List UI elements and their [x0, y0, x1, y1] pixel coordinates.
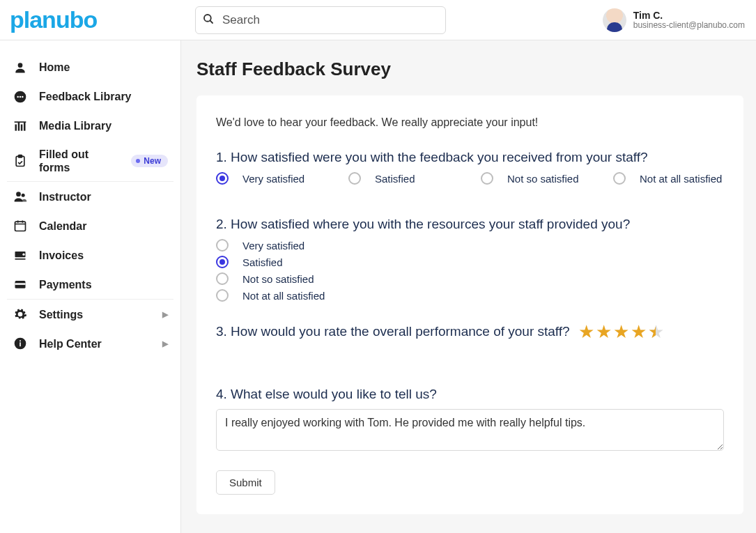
search-wrapper [195, 6, 446, 34]
radio-label: Very satisfied [242, 173, 304, 185]
radio-icon[interactable] [216, 256, 229, 268]
survey-card: We'd love to hear your feedback. We real… [196, 95, 743, 514]
clipboard-icon [13, 153, 28, 169]
svg-rect-10 [24, 123, 26, 131]
star-icon[interactable]: ★ [578, 323, 594, 341]
sidebar-item-invoices[interactable]: Invoices [7, 240, 173, 270]
svg-rect-21 [15, 284, 26, 286]
sidebar-item-media-library[interactable]: Media Library [7, 111, 173, 141]
sidebar-item-label: Home [39, 61, 168, 74]
info-icon [13, 336, 28, 351]
question-1: 1. How satisfied were you with the feedb… [216, 150, 724, 165]
sidebar-item-home[interactable]: Home [7, 53, 173, 82]
sidebar-item-label: Payments [39, 278, 168, 291]
radio-label: Not at all satisfied [640, 173, 722, 185]
radio-icon[interactable] [216, 172, 229, 185]
sidebar: Home Feedback Library Media Library Fill… [0, 40, 181, 533]
sidebar-item-calendar[interactable]: Calendar [7, 211, 173, 240]
radio-label: Not at all satisfied [242, 290, 325, 302]
main-content: Staff Feedback Survey We'd love to hear … [181, 40, 756, 533]
search-input[interactable] [195, 6, 446, 34]
q2-option-2[interactable]: Not so satisfied [216, 272, 724, 285]
avatar [603, 8, 626, 32]
radio-icon[interactable] [216, 239, 229, 252]
gear-icon [13, 307, 28, 322]
svg-point-5 [20, 96, 22, 98]
radio-icon[interactable] [216, 289, 229, 302]
calendar-icon [13, 218, 28, 233]
radio-icon[interactable] [613, 172, 626, 185]
svg-line-1 [210, 20, 213, 23]
radio-icon[interactable] [348, 172, 361, 185]
user-name: Tim C. [633, 10, 745, 21]
sidebar-item-settings[interactable]: Settings ▶ [7, 299, 173, 329]
q2-option-0[interactable]: Very satisfied [216, 239, 724, 252]
star-icon[interactable]: ★ [596, 323, 612, 341]
sidebar-item-filled-out-forms[interactable]: Filled out forms New [7, 141, 173, 181]
sidebar-item-label: Calendar [39, 219, 168, 233]
question-2: 2. How satisfied where you with the reso… [216, 217, 724, 232]
submit-button[interactable]: Submit [216, 470, 275, 495]
sidebar-item-feedback-library[interactable]: Feedback Library [7, 82, 173, 111]
comment-icon [13, 89, 28, 105]
svg-point-24 [20, 341, 21, 342]
svg-rect-16 [15, 222, 26, 231]
sidebar-item-label: Media Library [39, 119, 168, 132]
star-rating[interactable]: ★ ★ ★ ★ ★ [578, 323, 664, 341]
q1-option-2[interactable]: Not so satisfied [481, 172, 585, 185]
sidebar-item-label: Help Center [39, 337, 151, 350]
radio-icon[interactable] [481, 172, 493, 185]
svg-point-15 [22, 194, 25, 197]
svg-rect-19 [15, 258, 26, 260]
sidebar-item-instructor[interactable]: Instructor [7, 181, 173, 211]
star-half-icon[interactable]: ★ [648, 323, 664, 341]
radio-label: Satisfied [242, 256, 283, 268]
svg-point-14 [16, 192, 21, 197]
svg-rect-9 [21, 125, 23, 131]
feedback-textarea[interactable] [216, 409, 724, 451]
sidebar-item-help-center[interactable]: Help Center ▶ [7, 329, 173, 358]
q2-options: Very satisfied Satisfied Not so satisfie… [216, 239, 724, 302]
sidebar-item-label: Settings [39, 308, 151, 321]
svg-point-18 [22, 254, 24, 256]
svg-point-2 [18, 63, 23, 68]
sidebar-item-label: Instructor [39, 190, 168, 203]
sidebar-item-label: Invoices [39, 249, 168, 262]
q1-options: Very satisfied Satisfied Not so satisfie… [216, 172, 724, 185]
svg-point-6 [22, 96, 24, 98]
radio-label: Very satisfied [242, 240, 304, 252]
question-4: 4. What else would you like to tell us? [216, 387, 724, 402]
question-3: 3. How would you rate the overall perfor… [216, 324, 570, 339]
users-icon [13, 189, 28, 204]
radio-label: Not so satisfied [507, 173, 579, 185]
question-3-row: 3. How would you rate the overall perfor… [216, 323, 724, 341]
q2-option-1[interactable]: Satisfied [216, 256, 724, 268]
svg-rect-7 [15, 125, 17, 131]
radio-label: Satisfied [375, 173, 415, 185]
sidebar-item-payments[interactable]: Payments [7, 270, 173, 299]
q1-option-0[interactable]: Very satisfied [216, 172, 321, 185]
svg-rect-11 [15, 121, 26, 123]
sidebar-item-label: Filled out forms [39, 148, 120, 174]
radio-icon[interactable] [216, 272, 229, 285]
header: planubo Tim C. business-client@planubo.c… [0, 0, 756, 40]
svg-rect-23 [20, 343, 21, 347]
svg-rect-13 [19, 155, 22, 157]
svg-rect-8 [18, 123, 20, 131]
q1-option-3[interactable]: Not at all satisfied [613, 172, 722, 185]
svg-point-4 [17, 96, 19, 98]
q2-option-3[interactable]: Not at all satisfied [216, 289, 724, 302]
sidebar-item-label: Feedback Library [39, 90, 168, 103]
new-badge: New [131, 155, 168, 167]
star-icon[interactable]: ★ [631, 323, 647, 341]
card-icon [13, 277, 28, 292]
invoice-icon [13, 247, 28, 263]
user-email: business-client@planubo.com [633, 21, 745, 31]
user-menu[interactable]: Tim C. business-client@planubo.com [603, 8, 745, 32]
logo: planubo [7, 6, 195, 33]
library-icon [13, 118, 28, 134]
q1-option-1[interactable]: Satisfied [348, 172, 453, 185]
star-icon[interactable]: ★ [613, 323, 629, 341]
page-title: Staff Feedback Survey [196, 59, 743, 80]
search-icon [202, 13, 215, 28]
